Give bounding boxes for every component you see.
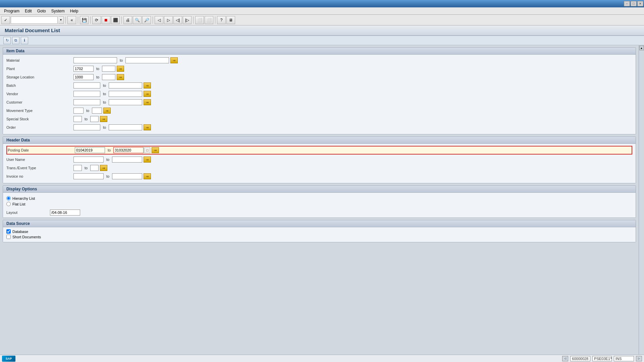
invoice-no-to[interactable] — [112, 173, 142, 179]
short-documents-checkbox[interactable] — [6, 235, 11, 239]
first-button[interactable]: ◁| — [173, 16, 182, 24]
execute-button[interactable]: ✓ — [1, 16, 10, 24]
item-data-header: Item Data — [3, 48, 636, 55]
stop2-button[interactable]: ⬛ — [111, 16, 120, 24]
vendor-from[interactable] — [73, 91, 100, 97]
plant-row: Plant to ⇒ — [6, 65, 632, 72]
batch-nav-button[interactable]: ⇒ — [144, 82, 151, 88]
customer-to-label: to — [103, 100, 106, 104]
user-name-nav-button[interactable]: ⇒ — [144, 157, 151, 163]
invoice-no-nav-button[interactable]: ⇒ — [144, 173, 151, 179]
help-button[interactable]: ? — [217, 16, 226, 24]
copy-page-button[interactable]: ⧉ — [12, 37, 19, 44]
search2-button[interactable]: 🔎 — [142, 16, 151, 24]
batch-label: Batch — [6, 83, 73, 87]
customer-to[interactable] — [109, 99, 142, 105]
customer-nav-button[interactable]: ⇒ — [144, 99, 151, 105]
hierarchy-list-row: Hierarchy List — [6, 196, 632, 200]
material-to[interactable] — [125, 57, 169, 63]
vendor-nav-button[interactable]: ⇒ — [144, 91, 151, 97]
order-nav-button[interactable]: ⇒ — [144, 124, 151, 130]
command-input[interactable] — [11, 16, 58, 24]
short-documents-label: Short Documents — [12, 235, 41, 239]
special-stock-to[interactable] — [90, 116, 99, 122]
search-button[interactable]: 🔍 — [133, 16, 142, 24]
calendar-button[interactable]: □ — [144, 147, 150, 153]
last-button[interactable]: |▷ — [183, 16, 192, 24]
layout-button[interactable]: ⬜ — [195, 16, 204, 24]
menu-program[interactable]: Program — [1, 8, 22, 14]
vendor-row: Vendor to ⇒ — [6, 90, 632, 98]
maximize-button[interactable]: □ — [631, 1, 637, 6]
posting-date-nav-button[interactable]: ⇒ — [152, 147, 159, 153]
menu-system[interactable]: System — [49, 8, 67, 14]
customer-from[interactable] — [73, 99, 100, 105]
posting-date-from[interactable] — [75, 147, 105, 153]
special-stock-nav-button[interactable]: ⇒ — [100, 116, 107, 122]
layout2-button[interactable]: ⬜ — [205, 16, 213, 24]
monitor-button[interactable]: 🖥 — [226, 16, 235, 24]
plant-nav-button[interactable]: ⇒ — [117, 66, 124, 72]
plant-from[interactable] — [73, 66, 94, 72]
minimize-button[interactable]: − — [624, 1, 630, 6]
posting-date-to[interactable] — [113, 147, 144, 153]
user-name-to[interactable] — [112, 157, 142, 163]
storage-location-nav-button[interactable]: ⇒ — [117, 74, 124, 80]
trans-event-nav-button[interactable]: ⇒ — [100, 165, 107, 171]
storage-location-from[interactable] — [73, 74, 94, 80]
command-dropdown[interactable]: ▼ — [58, 16, 64, 24]
menu-goto[interactable]: Goto — [35, 8, 49, 14]
info-page-button[interactable]: ℹ — [21, 37, 28, 44]
hierarchy-list-radio[interactable] — [6, 196, 11, 200]
trans-event-to[interactable] — [90, 165, 99, 171]
display-options-header: Display Options — [3, 186, 636, 193]
movement-type-from[interactable] — [73, 108, 84, 114]
data-source-header: Data Source — [3, 220, 636, 227]
layout-value-input[interactable] — [50, 209, 80, 216]
header-data-header: Header Data — [3, 137, 636, 144]
back-first-button[interactable]: « — [67, 16, 76, 24]
order-from[interactable] — [73, 124, 100, 130]
plant-to[interactable] — [102, 66, 115, 72]
status-next-button[interactable]: ▷ — [636, 356, 642, 361]
trans-event-from[interactable] — [73, 165, 82, 171]
menu-edit[interactable]: Edit — [22, 8, 35, 14]
status-prev-button[interactable]: ◁ — [562, 356, 568, 361]
storage-location-to[interactable] — [102, 74, 115, 80]
special-stock-to-label: to — [85, 117, 88, 121]
program-field: PSE03E1 — [592, 356, 612, 361]
refresh-page-button[interactable]: ↻ — [3, 37, 11, 44]
movement-type-to-label: to — [86, 109, 89, 113]
order-to[interactable] — [109, 124, 142, 130]
batch-from[interactable] — [73, 82, 100, 88]
material-from[interactable] — [73, 57, 117, 63]
right-scrollbar[interactable]: ▲ ▼ — [639, 45, 644, 362]
movement-type-nav-button[interactable]: ⇒ — [103, 108, 111, 114]
menu-help[interactable]: Help — [67, 8, 81, 14]
scroll-up-arrow[interactable]: ▲ — [639, 46, 644, 50]
flat-list-radio[interactable] — [6, 202, 11, 206]
main-content: Item Data Material to ⇒ Plant to ⇒ — [0, 45, 644, 362]
batch-to[interactable] — [109, 82, 142, 88]
batch-to-label: to — [103, 83, 106, 87]
flat-list-row: Flat List — [6, 202, 632, 206]
movement-type-to[interactable] — [92, 108, 102, 114]
special-stock-from[interactable] — [73, 116, 82, 122]
vendor-to[interactable] — [109, 91, 142, 97]
user-name-from[interactable] — [73, 157, 104, 163]
scroll-area[interactable]: Item Data Material to ⇒ Plant to ⇒ — [0, 45, 639, 362]
close-button[interactable]: ✕ — [637, 1, 643, 6]
header-data-body: Posting Date to □ ⇒ User Name to ⇒ — [3, 144, 636, 183]
invoice-no-from[interactable] — [73, 173, 104, 179]
stop-button[interactable]: ⏹ — [102, 16, 110, 24]
plant-label: Plant — [6, 67, 73, 71]
trans-event-to-label: to — [85, 166, 88, 170]
print-button[interactable]: 🖨 — [123, 16, 132, 24]
material-nav-button[interactable]: ⇒ — [170, 57, 178, 63]
prev-button[interactable]: ◁ — [155, 16, 163, 24]
database-checkbox[interactable] — [6, 229, 11, 234]
refresh-button[interactable]: ⟳ — [92, 16, 101, 24]
save-button[interactable]: 💾 — [80, 16, 89, 24]
customer-row: Customer to ⇒ — [6, 99, 632, 106]
next-button[interactable]: ▷ — [164, 16, 173, 24]
